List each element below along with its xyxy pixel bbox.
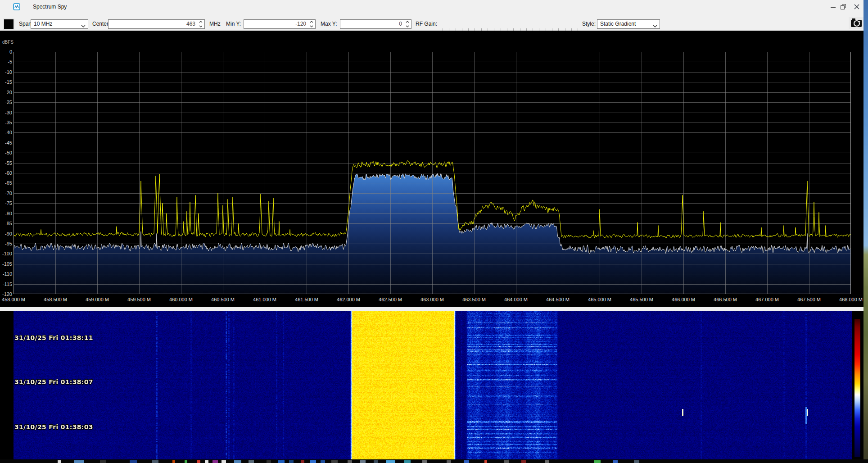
db-tick-label: -35 bbox=[0, 120, 12, 125]
taskbar-app-icon[interactable] bbox=[234, 460, 241, 463]
restore-icon bbox=[841, 3, 846, 11]
center-unit-label: MHz bbox=[209, 19, 221, 29]
db-tick-label: -15 bbox=[0, 79, 12, 85]
freq-tick-label: 468.000 M bbox=[839, 297, 863, 302]
taskbar-app-icon[interactable] bbox=[386, 460, 395, 463]
spinner-down-icon[interactable] bbox=[309, 24, 314, 28]
freq-tick-label: 460.500 M bbox=[211, 297, 235, 302]
trace-color-button[interactable] bbox=[3, 18, 14, 30]
spinner-down-icon[interactable] bbox=[199, 24, 203, 28]
spinner-down-icon[interactable] bbox=[405, 24, 410, 28]
freq-tick-label: 462.500 M bbox=[379, 297, 402, 302]
spinner-up-icon[interactable] bbox=[199, 20, 203, 24]
taskbar-app-icon[interactable] bbox=[58, 460, 61, 463]
taskbar-app-icon[interactable] bbox=[594, 460, 601, 463]
taskbar-app-icon[interactable] bbox=[197, 460, 200, 463]
taskbar-app-icon[interactable] bbox=[212, 460, 218, 463]
panel-divider[interactable] bbox=[0, 307, 863, 311]
freq-tick-label: 464.000 M bbox=[504, 297, 528, 302]
titlebar: Spectrum Spy bbox=[0, 0, 863, 14]
db-tick-label: -45 bbox=[0, 140, 12, 145]
taskbar-app-icon[interactable] bbox=[504, 460, 509, 463]
freq-tick-label: 465.000 M bbox=[588, 297, 611, 302]
taskbar-app-icon[interactable] bbox=[130, 460, 137, 463]
min-y-spinner[interactable] bbox=[308, 20, 315, 28]
db-tick-label: -120 bbox=[0, 291, 12, 297]
taskbar-app-icon[interactable] bbox=[484, 460, 487, 463]
taskbar-app-icon[interactable] bbox=[100, 460, 106, 463]
center-input[interactable]: 463 bbox=[108, 19, 205, 29]
taskbar-app-icon[interactable] bbox=[521, 460, 526, 463]
style-value: Static Gradient bbox=[600, 20, 636, 28]
freq-tick-label: 461.000 M bbox=[253, 297, 276, 302]
taskbar-app-icon[interactable] bbox=[267, 460, 271, 463]
taskbar-app-icon[interactable] bbox=[374, 460, 378, 463]
freq-tick-label: 467.000 M bbox=[755, 297, 779, 302]
taskbar-app-icon[interactable] bbox=[152, 460, 158, 463]
taskbar-app-icon[interactable] bbox=[185, 460, 187, 463]
db-tick-label: 0 bbox=[0, 49, 12, 54]
spectrum-display: dBFS 0-5-10-15-20-25-30-35-40-45-50-55-6… bbox=[0, 31, 863, 307]
db-tick-label: -60 bbox=[0, 170, 12, 176]
style-label: Style: bbox=[582, 19, 596, 29]
minimize-icon bbox=[831, 3, 836, 11]
taskbar-app-icon[interactable] bbox=[360, 460, 366, 463]
min-y-input[interactable]: -120 bbox=[244, 19, 316, 29]
freq-tick-label: 458.500 M bbox=[44, 297, 67, 302]
freq-tick-label: 466.500 M bbox=[714, 297, 737, 302]
spectrum-spy-window: Spectrum Spy Span: 10 MHz Center: bbox=[0, 0, 868, 463]
min-y-label: Min Y: bbox=[226, 19, 241, 29]
taskbar-app-icon[interactable] bbox=[289, 460, 294, 463]
db-tick-label: -90 bbox=[0, 231, 12, 236]
taskbar-app-icon[interactable] bbox=[634, 460, 639, 463]
minimize-button[interactable] bbox=[830, 4, 836, 10]
taskbar-app-icon[interactable] bbox=[301, 460, 304, 463]
max-y-input[interactable]: 0 bbox=[340, 19, 411, 29]
db-tick-label: -5 bbox=[0, 59, 12, 64]
toolbar: Span: 10 MHz Center: 463 MHz Min Y: -120… bbox=[0, 14, 863, 31]
taskbar-app-icon[interactable] bbox=[331, 460, 338, 463]
taskbar-app-icon[interactable] bbox=[422, 460, 427, 463]
freq-tick-label: 459.500 M bbox=[127, 297, 151, 302]
freq-tick-label: 460.000 M bbox=[169, 297, 193, 302]
taskbar-app-icon[interactable] bbox=[404, 460, 411, 463]
y-axis-units-label: dBFS bbox=[2, 40, 14, 45]
taskbar-app-icon[interactable] bbox=[249, 460, 254, 463]
close-button[interactable] bbox=[854, 4, 860, 10]
waterfall-plot[interactable] bbox=[14, 311, 852, 459]
app-icon bbox=[13, 3, 20, 10]
taskbar-app-icon[interactable] bbox=[205, 460, 208, 463]
waterfall-display: 31/10/25 Fri 01:38:11 31/10/25 Fri 01:38… bbox=[0, 311, 863, 459]
db-tick-label: -30 bbox=[0, 110, 12, 115]
center-spinner[interactable] bbox=[197, 20, 204, 28]
center-value: 463 bbox=[186, 20, 195, 28]
taskbar-app-icon[interactable] bbox=[545, 460, 549, 463]
taskbar-app-icon[interactable] bbox=[447, 460, 451, 463]
span-select[interactable]: 10 MHz bbox=[31, 19, 88, 29]
taskbar-app-icon[interactable] bbox=[278, 460, 285, 463]
spinner-up-icon[interactable] bbox=[309, 20, 314, 24]
max-y-spinner[interactable] bbox=[404, 20, 411, 28]
span-value: 10 MHz bbox=[34, 20, 52, 28]
taskbar-app-icon[interactable] bbox=[464, 460, 469, 463]
waterfall-timestamp: 31/10/25 Fri 01:38:11 bbox=[14, 334, 93, 341]
taskbar-app-icon[interactable] bbox=[613, 460, 618, 463]
taskbar-app-icon[interactable] bbox=[172, 460, 175, 463]
db-tick-label: -110 bbox=[0, 271, 12, 277]
freq-tick-label: 467.500 M bbox=[797, 297, 821, 302]
freq-tick-label: 462.000 M bbox=[337, 297, 360, 302]
restore-button[interactable] bbox=[840, 4, 846, 10]
taskbar-app-icon[interactable] bbox=[348, 460, 352, 463]
taskbar-app-icon[interactable] bbox=[222, 460, 226, 463]
taskbar-app-icon[interactable] bbox=[321, 460, 325, 463]
freq-tick-label: 464.500 M bbox=[546, 297, 570, 302]
style-select[interactable]: Static Gradient bbox=[597, 19, 660, 29]
taskbar-app-icon[interactable] bbox=[74, 460, 84, 463]
chevron-down-icon bbox=[81, 23, 86, 29]
spectrum-plot[interactable] bbox=[14, 52, 851, 294]
taskbar-app-icon[interactable] bbox=[310, 460, 316, 463]
screenshot-button[interactable] bbox=[849, 17, 863, 29]
freq-tick-label: 466.000 M bbox=[672, 297, 695, 302]
min-y-value: -120 bbox=[295, 20, 306, 28]
spinner-up-icon[interactable] bbox=[405, 20, 410, 24]
